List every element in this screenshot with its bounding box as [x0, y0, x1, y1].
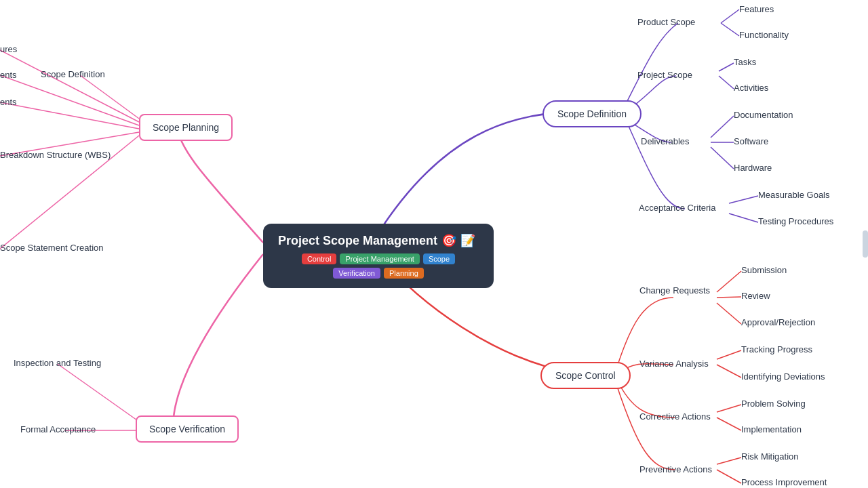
scrollbar-thumb[interactable]: [863, 230, 868, 258]
svg-line-3: [719, 76, 734, 89]
svg-line-22: [717, 405, 741, 412]
central-title: Project Scope Management 🎯 📝: [278, 233, 479, 248]
problem-solving-node: Problem Solving: [741, 399, 806, 409]
tag-container: Control Project Management Scope Verific…: [278, 253, 479, 279]
left-ents1-node: ents: [0, 70, 17, 80]
scope-definition-node[interactable]: Scope Definition: [542, 100, 642, 127]
tag-project-management: Project Management: [340, 253, 420, 264]
activities-node: Activities: [734, 83, 768, 93]
svg-line-8: [729, 214, 758, 222]
project-scope-node: Project Scope: [637, 70, 692, 80]
svg-line-20: [717, 350, 741, 359]
svg-line-9: [80, 75, 139, 119]
corrective-actions-node: Corrective Actions: [639, 411, 711, 422]
svg-line-2: [719, 63, 734, 71]
variance-analysis-node: Variance Analysis: [639, 359, 709, 369]
scope-definition-left-node: Scope Definition: [41, 69, 105, 79]
preventive-actions-node: Preventive Actions: [639, 464, 712, 474]
formal-acceptance-node: Formal Acceptance: [20, 424, 96, 434]
scope-control-label: Scope Control: [555, 370, 616, 381]
scope-statement-creation-node: Scope Statement Creation: [0, 243, 103, 253]
svg-line-23: [717, 418, 741, 430]
tag-scope: Scope: [423, 253, 455, 264]
svg-line-18: [717, 297, 741, 298]
scope-planning-node[interactable]: Scope Planning: [139, 114, 233, 141]
svg-line-10: [0, 50, 139, 122]
svg-line-0: [721, 9, 739, 23]
svg-line-17: [717, 271, 741, 292]
tag-control: Control: [302, 253, 336, 264]
scope-verification-label: Scope Verification: [149, 424, 225, 434]
scope-planning-label: Scope Planning: [153, 122, 219, 133]
identifying-deviations-node: Identifying Deviations: [741, 371, 825, 382]
left-ents2-node: ents: [0, 97, 17, 107]
svg-line-11: [0, 75, 139, 125]
svg-line-21: [717, 365, 741, 378]
tasks-node: Tasks: [734, 57, 756, 67]
tag-verification: Verification: [333, 268, 380, 279]
svg-line-6: [711, 147, 734, 169]
process-improvement-node: Process Improvement: [741, 477, 827, 487]
scope-verification-node[interactable]: Scope Verification: [136, 415, 239, 443]
hardware-node: Hardware: [734, 163, 772, 173]
testing-procedures-node: Testing Procedures: [758, 216, 833, 226]
svg-line-15: [58, 364, 139, 422]
acceptance-criteria-node: Acceptance Criteria: [639, 203, 715, 213]
review-node: Review: [741, 291, 770, 301]
product-scope-node: Product Scope: [637, 17, 695, 27]
wbs-node: Breakdown Structure (WBS): [0, 150, 111, 160]
deliverables-node: Deliverables: [641, 136, 690, 146]
risk-mitigation-node: Risk Mitigation: [741, 451, 799, 462]
inspection-testing-node: Inspection and Testing: [14, 358, 101, 368]
submission-node: Submission: [741, 265, 787, 275]
scope-definition-label: Scope Definition: [557, 108, 627, 119]
svg-line-25: [717, 470, 741, 483]
svg-line-1: [721, 23, 739, 36]
tag-planning: Planning: [384, 268, 424, 279]
features-node: Features: [739, 4, 774, 14]
measurable-goals-node: Measurable Goals: [758, 190, 830, 200]
svg-line-7: [729, 196, 758, 203]
software-node: Software: [734, 136, 768, 146]
emoji1: 🎯: [441, 233, 456, 248]
scope-control-node[interactable]: Scope Control: [540, 362, 631, 389]
svg-line-12: [0, 102, 139, 129]
central-title-text: Project Scope Management: [278, 234, 437, 248]
documentation-node: Documentation: [734, 110, 793, 120]
svg-line-19: [717, 303, 741, 324]
svg-line-4: [711, 116, 734, 138]
left-ures-node: ures: [0, 44, 17, 54]
approval-rejection-node: Approval/Rejection: [741, 317, 815, 327]
svg-line-24: [717, 458, 741, 464]
implementation-node: Implementation: [741, 424, 802, 434]
central-node[interactable]: Project Scope Management 🎯 📝 Control Pro…: [263, 224, 494, 288]
functionality-node: Functionality: [739, 30, 789, 40]
emoji2: 📝: [460, 233, 475, 248]
tracking-progress-node: Tracking Progress: [741, 344, 812, 354]
change-requests-node: Change Requests: [639, 285, 710, 296]
